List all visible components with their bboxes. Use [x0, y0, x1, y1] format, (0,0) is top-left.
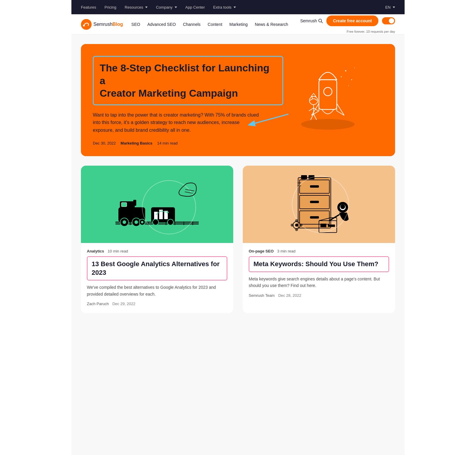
card-title: 13 Best Google Analytics Alternatives fo…: [92, 260, 223, 277]
svg-rect-57: [310, 216, 319, 219]
card-author: Semrush Team: [249, 293, 275, 298]
svg-rect-34: [133, 200, 136, 206]
svg-point-14: [351, 79, 352, 80]
top-nav-features[interactable]: Features: [81, 5, 96, 10]
logo-text: SemrushBlog: [93, 22, 123, 27]
svg-point-17: [348, 85, 349, 86]
card-body-analytics: Analytics 10 min read 13 Best Google Ana…: [81, 243, 233, 313]
svg-rect-71: [328, 225, 335, 227]
svg-point-47: [167, 219, 173, 225]
svg-point-4: [301, 119, 355, 130]
svg-point-65: [340, 204, 345, 209]
card-read-time: 3 min read: [277, 249, 295, 253]
card-author-meta: Zach Paruch Dec 29, 2022: [87, 302, 227, 306]
card-meta-analytics: Analytics 10 min read: [87, 249, 227, 253]
card-date: Dec 28, 2022: [278, 293, 301, 298]
svg-point-7: [309, 96, 318, 105]
svg-rect-5: [319, 80, 337, 109]
svg-rect-53: [310, 185, 319, 188]
svg-rect-55: [310, 201, 319, 203]
svg-point-6: [324, 87, 332, 96]
card-category: Analytics: [87, 249, 104, 253]
chevron-down-icon: [234, 7, 236, 8]
chevron-down-icon: [145, 7, 148, 8]
semrush-search[interactable]: Semrush: [300, 18, 323, 23]
hero-image-area: [283, 56, 372, 133]
hero-category: Marketing Basics: [120, 141, 152, 145]
svg-point-78: [300, 224, 303, 227]
hero-read-time: 14 min read: [157, 141, 178, 145]
svg-point-1: [83, 25, 85, 26]
analytics-illustration: [109, 169, 205, 240]
svg-point-76: [295, 228, 298, 231]
card-meta-seo: On-page SEO 3 min read: [249, 249, 389, 253]
svg-line-9: [309, 108, 314, 111]
nav-item-news-research[interactable]: News & Research: [255, 21, 288, 28]
card-read-time: 10 min read: [108, 249, 128, 253]
card-analytics[interactable]: Analytics 10 min read 13 Best Google Ana…: [81, 166, 233, 313]
card-description: We've compiled the best alternatives to …: [87, 284, 227, 297]
top-nav-extra-tools[interactable]: Extra tools: [213, 5, 236, 10]
nav-item-seo[interactable]: SEO: [131, 21, 140, 28]
hero-card[interactable]: The 8-Step Checklist for Launching a Cre…: [81, 44, 395, 156]
card-title-box: Meta Keywords: Should You Use Them?: [249, 256, 389, 272]
svg-rect-42: [154, 212, 158, 219]
main-navigation: SemrushBlog SEO Advanced SEO Channels Co…: [71, 14, 405, 34]
card-seo[interactable]: On-page SEO 3 min read Meta Keywords: Sh…: [243, 166, 395, 313]
svg-point-36: [123, 220, 126, 224]
svg-point-46: [153, 219, 159, 225]
semrush-logo-icon: [81, 19, 92, 30]
hero-title: The 8-Step Checklist for Launching a Cre…: [100, 62, 276, 100]
svg-point-16: [354, 68, 355, 68]
chevron-down-icon: [393, 7, 395, 8]
top-navigation: Features Pricing Resources Company App C…: [71, 0, 405, 14]
svg-point-40: [141, 221, 143, 223]
svg-point-38: [134, 220, 138, 224]
nav-item-content[interactable]: Content: [208, 21, 222, 28]
svg-point-77: [291, 224, 294, 227]
hero-content: The 8-Step Checklist for Launching a Cre…: [93, 56, 283, 145]
cards-row: Analytics 10 min read 13 Best Google Ana…: [81, 166, 395, 313]
free-forever-text: Free forever. 10 requests per day: [347, 30, 395, 33]
nav-item-advanced-seo[interactable]: Advanced SEO: [147, 21, 176, 28]
card-title: Meta Keywords: Should You Use Them?: [253, 260, 384, 269]
hero-meta: Dec 30, 2022 Marketing Basics 14 min rea…: [93, 141, 283, 145]
page-content: The 8-Step Checklist for Launching a Cre…: [71, 34, 405, 455]
top-nav-resources[interactable]: Resources: [125, 5, 148, 10]
svg-point-15: [341, 76, 342, 77]
language-selector[interactable]: EN: [385, 5, 395, 10]
card-image-seo: [243, 166, 395, 243]
hero-description: Want to tap into the power that is creat…: [93, 111, 259, 134]
hero-illustration: [289, 56, 367, 133]
svg-point-75: [295, 219, 298, 222]
theme-toggle[interactable]: [382, 17, 395, 24]
main-nav-items: SEO Advanced SEO Channels Content Market…: [131, 21, 300, 28]
top-nav-company[interactable]: Company: [156, 5, 177, 10]
seo-illustration: [271, 169, 367, 240]
svg-rect-70: [320, 224, 326, 227]
nav-item-channels[interactable]: Channels: [183, 21, 201, 28]
top-nav-app-center[interactable]: App Center: [185, 5, 205, 10]
svg-point-0: [81, 19, 92, 30]
chevron-down-icon: [175, 7, 177, 8]
hero-date: Dec 30, 2022: [93, 141, 116, 145]
card-date: Dec 29, 2022: [112, 302, 135, 306]
svg-line-12: [314, 114, 317, 120]
create-account-button[interactable]: Create free account: [326, 15, 378, 26]
svg-point-74: [295, 224, 298, 227]
card-category: On-page SEO: [249, 249, 274, 253]
hero-title-box: The 8-Step Checklist for Launching a Cre…: [93, 56, 283, 105]
main-nav-right: Semrush Create free account Free forever…: [300, 15, 395, 33]
top-nav-pricing[interactable]: Pricing: [104, 5, 116, 10]
nav-item-marketing[interactable]: Marketing: [229, 21, 248, 28]
card-author: Zach Paruch: [87, 302, 109, 306]
logo[interactable]: SemrushBlog: [81, 19, 123, 30]
card-body-seo: On-page SEO 3 min read Meta Keywords: Sh…: [243, 243, 395, 305]
search-icon: [318, 18, 323, 23]
svg-line-3: [321, 22, 322, 23]
card-author-meta: Semrush Team Dec 28, 2022: [249, 293, 389, 298]
svg-rect-58: [301, 175, 307, 179]
svg-rect-33: [121, 203, 127, 207]
card-image-analytics: [81, 166, 233, 243]
card-description: Meta keywords give search engines detail…: [249, 276, 389, 289]
